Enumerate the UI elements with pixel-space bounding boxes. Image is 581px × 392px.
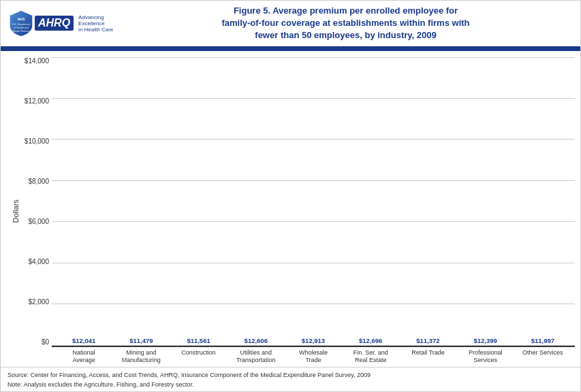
bar-group: $12,696 <box>342 337 399 346</box>
chart-area: Dollars $0$2,000$4,000$6,000$8,000$10,00… <box>1 51 581 365</box>
x-label: Fin. Ser. andReal Estate <box>342 349 399 365</box>
bar-group: $12,399 <box>457 337 514 346</box>
bar-value-label: $12,041 <box>72 337 95 344</box>
bar-value-label: $11,561 <box>187 337 210 344</box>
svg-text:U.S. Department: U.S. Department <box>12 23 31 26</box>
chart-title-area: Figure 5. Average premium per enrolled e… <box>116 5 575 42</box>
x-label: Retail Trade <box>399 349 456 365</box>
y-tick: $6,000 <box>21 218 52 225</box>
chart-inner: $0$2,000$4,000$6,000$8,000$10,000$12,000… <box>21 58 575 365</box>
bar-value-label: $11,997 <box>531 337 554 344</box>
bars-row: $12,041$11,479$11,561$12,606$12,913$12,6… <box>52 58 575 346</box>
header: HHS U.S. Department of Health and Human … <box>1 1 581 48</box>
x-labels: NationalAverageMining andManufacturingCo… <box>52 349 575 365</box>
bar-group: $11,997 <box>514 337 571 346</box>
x-axis-baseline <box>52 346 575 347</box>
x-label: WholesaleTrade <box>285 349 342 365</box>
bar-group: $11,561 <box>170 337 227 346</box>
bar-group: $12,913 <box>285 337 342 346</box>
svg-text:HHS: HHS <box>18 17 25 21</box>
y-tick: $8,000 <box>21 178 52 185</box>
source-line2: Note: Analysis excludes the Agriculture,… <box>7 380 575 390</box>
bar-group: $12,041 <box>55 337 112 346</box>
bar-value-label: $11,479 <box>129 337 153 344</box>
svg-text:of Health and: of Health and <box>14 27 29 29</box>
x-label: Other Services <box>514 349 571 365</box>
y-tick: $0 <box>21 339 52 346</box>
x-label: ProfessionalServices <box>457 349 514 365</box>
bar-value-label: $11,372 <box>416 337 439 344</box>
bar-value-label: $12,606 <box>245 337 268 344</box>
x-label: NationalAverage <box>55 349 112 365</box>
ahrq-name: AHRQ <box>38 17 70 29</box>
bar-value-label: $12,399 <box>473 337 497 344</box>
chart-wrapper: Dollars $0$2,000$4,000$6,000$8,000$10,00… <box>7 58 575 365</box>
y-axis-label: Dollars <box>7 58 21 365</box>
y-tick-area: $0$2,000$4,000$6,000$8,000$10,000$12,000… <box>21 58 52 346</box>
y-tick: $12,000 <box>21 98 52 105</box>
source-note: Source: Center for Financing, Access, an… <box>1 367 581 392</box>
logo-area: HHS U.S. Department of Health and Human … <box>7 10 116 37</box>
ahrq-logo-block: AHRQ Advancing Excellence in Health Care <box>35 14 113 33</box>
hhs-shield-icon: HHS U.S. Department of Health and Human … <box>7 10 35 37</box>
bar-group: $12,606 <box>227 337 285 346</box>
bar-value-label: $12,696 <box>359 337 382 344</box>
bar-value-label: $12,913 <box>302 337 325 344</box>
ahrq-tagline: Advancing Excellence in Health Care <box>76 14 113 33</box>
source-line1: Source: Center for Financing, Access, an… <box>7 371 575 380</box>
x-label: Utilities andTransportation <box>227 349 285 365</box>
y-tick: $4,000 <box>21 259 52 265</box>
svg-text:Human Services: Human Services <box>12 30 31 33</box>
y-tick: $10,000 <box>21 138 52 145</box>
chart-title: Figure 5. Average premium per enrolled e… <box>116 5 575 42</box>
x-label: Mining andManufacturing <box>112 349 170 365</box>
y-tick: $2,000 <box>21 299 52 306</box>
page-container: HHS U.S. Department of Health and Human … <box>1 1 581 392</box>
y-tick: $14,000 <box>21 58 52 65</box>
x-label: Construction <box>170 349 227 365</box>
grid-container: $0$2,000$4,000$6,000$8,000$10,000$12,000… <box>52 58 575 346</box>
bar-group: $11,479 <box>112 337 170 346</box>
bar-group: $11,372 <box>399 337 456 346</box>
